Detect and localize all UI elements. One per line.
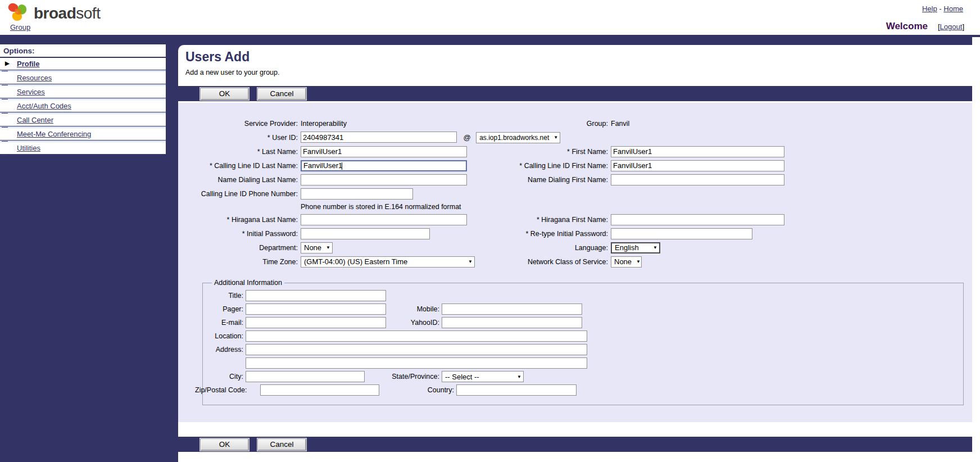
logout-wrap: [Logout] <box>938 22 964 31</box>
initial-password-input[interactable] <box>301 228 430 239</box>
hiragana-row: * Hiragana Last Name: * Hiragana First N… <box>185 212 972 227</box>
clid-last-name-input[interactable] <box>301 160 467 171</box>
dropdown-arrow-icon: ▼ <box>517 374 521 379</box>
ncos-label: Network Class of Service: <box>471 258 611 266</box>
retype-password-label: * Re-type Initial Password: <box>470 230 611 238</box>
name-dialing-last-input[interactable] <box>301 174 467 185</box>
sidebar-item-acct-auth-codes[interactable]: Acct/Auth Codes <box>0 100 166 112</box>
password-row: * Initial Password: * Re-type Initial Pa… <box>185 227 972 241</box>
country-input[interactable] <box>456 384 577 396</box>
first-name-label: * First Name: <box>470 148 611 156</box>
welcome-area: Welcome [Logout] <box>886 21 964 32</box>
clid-first-name-input[interactable] <box>611 160 784 171</box>
name-dialing-first-label: Name Dialing First Name: <box>470 176 611 184</box>
top-toolbar: OK Cancel <box>178 86 972 101</box>
ok-button-bottom[interactable]: OK <box>200 438 249 451</box>
bottom-toolbar: OK Cancel <box>178 437 972 452</box>
yahoo-id-input[interactable] <box>442 317 582 328</box>
sidebar-item-call-center[interactable]: Call Center <box>0 114 166 126</box>
location-label: Location: <box>210 332 246 340</box>
active-item-arrow-icon: ▶ <box>5 60 10 66</box>
mobile-input[interactable] <box>442 304 582 315</box>
clid-name-row: * Calling Line ID Last Name: * Calling L… <box>185 158 972 173</box>
name-dialing-last-label: Name Dialing Last Name: <box>185 176 301 184</box>
user-id-input[interactable] <box>301 132 457 143</box>
name-row: * Last Name: * First Name: <box>185 144 972 158</box>
language-select[interactable]: English▼ <box>611 242 660 253</box>
options-list: ▶ Profile Resources Services Acct/Auth C… <box>0 58 166 155</box>
department-select[interactable]: None▼ <box>301 242 333 253</box>
hiragana-first-input[interactable] <box>611 214 784 225</box>
header: broadsoft Help - Home Group Welcome [Log… <box>0 0 980 35</box>
zip-postal-code-input[interactable] <box>260 384 379 396</box>
clid-phone-label: Calling Line ID Phone Number: <box>185 190 301 198</box>
location-row: Location: <box>210 329 956 343</box>
timezone-select[interactable]: (GMT-04:00) (US) Eastern Time▼ <box>301 256 475 268</box>
page-title: Users Add <box>185 49 972 65</box>
dropdown-arrow-icon: ▼ <box>326 245 330 250</box>
text-caret <box>342 162 342 170</box>
service-provider-value: Interoperability <box>301 120 470 128</box>
app-body: Options: ▶ Profile Resources Services Ac… <box>0 37 972 462</box>
sidebar-item-profile[interactable]: ▶ Profile <box>0 58 166 70</box>
top-links: Help - Home <box>922 4 963 13</box>
cancel-button-top[interactable]: Cancel <box>257 88 306 100</box>
clid-phone-input[interactable] <box>301 188 413 200</box>
service-provider-row: Service Provider: Interoperability Group… <box>185 116 972 130</box>
name-dialing-first-input[interactable] <box>611 174 784 185</box>
pager-input[interactable] <box>246 304 386 315</box>
sidebar-item-resources[interactable]: Resources <box>0 72 166 84</box>
department-label: Department: <box>185 244 301 252</box>
email-input[interactable] <box>246 317 386 328</box>
address2-input[interactable] <box>246 357 587 369</box>
home-link[interactable]: Home <box>943 4 963 13</box>
sidebar-item-utilities[interactable]: Utilities <box>0 142 166 155</box>
sidebar-item-services[interactable]: Services <box>0 86 166 98</box>
additional-information-legend: Additional Information <box>212 279 284 287</box>
retype-password-input[interactable] <box>611 228 752 239</box>
page-subtitle: Add a new user to your group. <box>185 69 972 76</box>
title-label: Title: <box>210 292 246 300</box>
pager-mobile-row: Pager: Mobile: <box>210 302 956 316</box>
main-content: Users Add Add a new user to your group. … <box>178 45 972 462</box>
dropdown-arrow-icon: ▼ <box>636 259 641 264</box>
ok-button-top[interactable]: OK <box>200 88 249 100</box>
clid-first-name-label: * Calling Line ID First Name: <box>470 162 611 170</box>
logout-link[interactable]: Logout <box>940 22 963 31</box>
address-label: Address: <box>210 346 246 354</box>
first-name-input[interactable] <box>611 146 784 157</box>
additional-information-fieldset: Additional Information Title: Pager: Mob… <box>202 279 964 405</box>
email-label: E-mail: <box>210 319 246 327</box>
initial-password-label: * Initial Password: <box>185 230 301 238</box>
hiragana-last-input[interactable] <box>301 214 467 225</box>
title-row: Title: <box>210 289 956 302</box>
domain-select[interactable]: as.iop1.broadworks.net▼ <box>476 132 560 143</box>
hiragana-last-label: * Hiragana Last Name: <box>185 216 301 224</box>
city-input[interactable] <box>246 371 365 382</box>
user-form: Service Provider: Interoperability Group… <box>178 103 972 422</box>
sidebar-item-meet-me-conferencing[interactable]: Meet-Me Conferencing <box>0 128 166 141</box>
breadcrumb: Group <box>10 23 30 31</box>
help-link[interactable]: Help <box>922 4 937 13</box>
options-title: Options: <box>0 44 166 58</box>
timezone-label: Time Zone: <box>185 258 301 266</box>
user-id-field-group: @ as.iop1.broadworks.net▼ <box>301 132 972 143</box>
options-panel: Options: ▶ Profile Resources Services Ac… <box>0 44 166 155</box>
state-province-select[interactable]: -- Select --▼ <box>442 371 524 382</box>
group-label: Group: <box>470 120 611 128</box>
last-name-input[interactable] <box>301 146 467 157</box>
address-input[interactable] <box>246 344 587 355</box>
mobile-label: Mobile: <box>387 305 442 313</box>
department-language-row: Department: None▼ Language: English▼ <box>185 241 972 255</box>
location-input[interactable] <box>246 330 587 342</box>
zip-country-row: Zip/Postal Code: Country: <box>210 383 956 397</box>
title-input[interactable] <box>246 290 386 301</box>
breadcrumb-group-link[interactable]: Group <box>10 23 30 31</box>
language-label: Language: <box>470 244 611 252</box>
city-state-row: City: State/Province: -- Select --▼ <box>210 370 956 383</box>
clid-last-name-label: * Calling Line ID Last Name: <box>185 162 301 170</box>
ncos-select[interactable]: None▼ <box>611 256 642 268</box>
cancel-button-bottom[interactable]: Cancel <box>257 438 306 451</box>
pager-label: Pager: <box>210 305 246 313</box>
clid-phone-row: Calling Line ID Phone Number: <box>185 187 972 201</box>
